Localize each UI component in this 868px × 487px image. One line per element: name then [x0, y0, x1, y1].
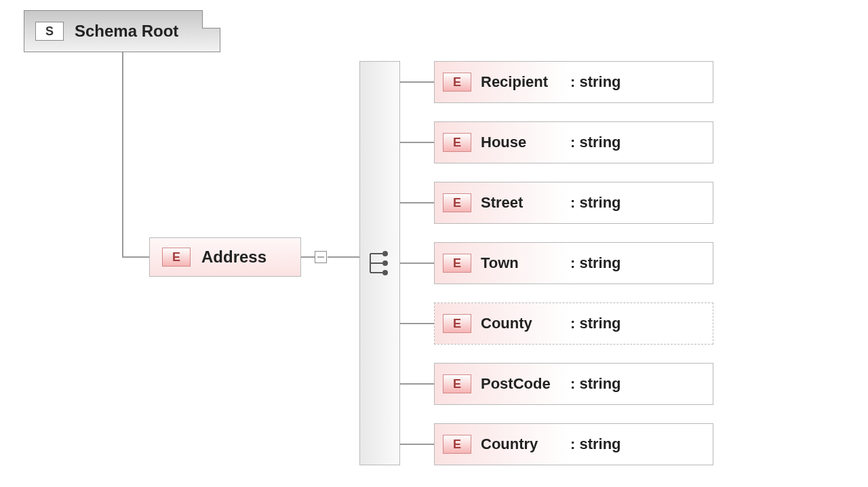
sequence-bar [359, 61, 400, 465]
child-element-node[interactable]: ETown: string [434, 242, 713, 284]
svg-point-5 [382, 260, 388, 266]
child-type: : string [570, 134, 621, 151]
svg-point-6 [382, 270, 388, 275]
child-name: Country [481, 435, 562, 453]
child-type: : string [570, 73, 621, 91]
child-element-node[interactable]: EPostCode: string [434, 363, 713, 405]
element-badge: E [443, 254, 471, 273]
folded-corner-icon [202, 10, 220, 28]
schema-root-label: Schema Root [75, 22, 178, 41]
connector-child [400, 262, 434, 264]
child-type: : string [570, 375, 621, 393]
child-name: County [481, 315, 562, 332]
connector-child [400, 323, 434, 324]
child-name: Recipient [481, 73, 562, 91]
connector-child [400, 142, 434, 143]
child-type: : string [570, 194, 621, 212]
child-pink-zone: ERecipient [435, 62, 570, 102]
element-badge: E [443, 133, 471, 152]
element-badge: E [443, 374, 471, 393]
child-name: PostCode [481, 375, 562, 393]
element-badge: E [162, 248, 191, 267]
connector-address-out [301, 256, 315, 258]
collapse-toggle-address[interactable] [315, 251, 327, 263]
connector-to-seqbar [328, 256, 359, 258]
address-element-node[interactable]: E Address [149, 237, 301, 277]
schema-root-node[interactable]: S Schema Root [24, 10, 220, 52]
schema-diagram-canvas: S Schema Root E Address ERecipient: stri… [0, 0, 868, 487]
connector-child [400, 383, 434, 385]
address-label: Address [201, 248, 267, 267]
connector-root-h [122, 256, 149, 258]
child-element-node[interactable]: ECountry: string [434, 423, 713, 465]
child-element-node[interactable]: ECounty: string [434, 303, 713, 345]
schema-badge: S [35, 22, 64, 41]
connector-child [400, 202, 434, 203]
child-element-node[interactable]: EStreet: string [434, 182, 713, 224]
child-pink-zone: ECounty [435, 303, 570, 344]
sequence-icon [368, 250, 392, 277]
child-pink-zone: EPostCode [435, 364, 570, 404]
element-badge: E [443, 435, 471, 454]
child-pink-zone: ECountry [435, 424, 570, 465]
element-badge: E [443, 314, 471, 333]
connector-child [400, 444, 434, 445]
child-name: Street [481, 194, 562, 212]
element-badge: E [443, 193, 471, 212]
child-element-node[interactable]: ERecipient: string [434, 61, 713, 103]
child-type: : string [570, 435, 621, 453]
child-type: : string [570, 315, 621, 332]
child-element-node[interactable]: EHouse: string [434, 121, 713, 163]
child-type: : string [570, 254, 621, 272]
svg-point-4 [382, 251, 388, 256]
child-name: Town [481, 254, 562, 272]
child-pink-zone: EStreet [435, 182, 570, 223]
connector-root-v [122, 52, 123, 257]
child-name: House [481, 134, 562, 151]
child-pink-zone: EHouse [435, 122, 570, 163]
element-badge: E [443, 73, 471, 92]
connector-child [400, 81, 434, 83]
child-pink-zone: ETown [435, 243, 570, 284]
